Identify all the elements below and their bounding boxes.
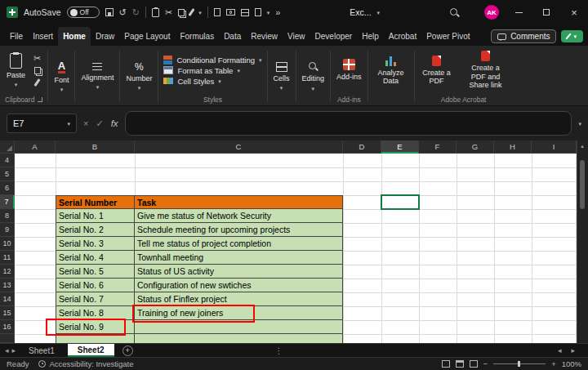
worksheet-grid[interactable]: ABCDEFGHI45678910111213141516Serial Numb… bbox=[0, 140, 588, 343]
format-as-table-button[interactable]: Format as Table ▾ bbox=[160, 65, 243, 76]
zoom-level[interactable]: 100% bbox=[562, 359, 581, 368]
vertical-scrollbar-thumb[interactable] bbox=[580, 160, 585, 209]
column-header-E[interactable]: E bbox=[381, 140, 419, 154]
zoom-in-button[interactable]: + bbox=[551, 359, 556, 368]
add-sheet-button[interactable]: + bbox=[122, 345, 133, 356]
row-header-12[interactable]: 12 bbox=[0, 265, 15, 279]
column-header-G[interactable]: G bbox=[457, 140, 494, 154]
ribbon-tab-acrobat[interactable]: Acrobat bbox=[384, 27, 421, 46]
search-icon[interactable] bbox=[449, 7, 460, 18]
qat-overflow-icon[interactable]: » bbox=[275, 8, 280, 17]
cell-B12[interactable]: Serial No. 5 bbox=[56, 265, 135, 279]
redo-icon[interactable]: ↻ bbox=[132, 8, 140, 17]
column-header-D[interactable]: D bbox=[343, 140, 381, 154]
number-button[interactable]: % Number ▾ bbox=[122, 60, 156, 92]
column-header-B[interactable]: B bbox=[56, 140, 135, 154]
dialog-launcher-icon[interactable] bbox=[38, 97, 42, 102]
ribbon-tab-draw[interactable]: Draw bbox=[91, 27, 119, 46]
row-header-6[interactable]: 6 bbox=[0, 181, 15, 195]
cells-button[interactable]: Cells ▾ bbox=[270, 60, 294, 92]
column-header-F[interactable]: F bbox=[419, 140, 457, 154]
autosave-toggle[interactable]: Off bbox=[67, 7, 100, 18]
ribbon-tab-insert[interactable]: Insert bbox=[28, 27, 58, 46]
addins-button[interactable]: Add-ins bbox=[332, 57, 366, 82]
save-icon[interactable] bbox=[105, 8, 114, 16]
ribbon-tab-data[interactable]: Data bbox=[219, 27, 246, 46]
cell-C11[interactable]: Townhall meeting bbox=[135, 251, 343, 265]
ribbon-tab-page-layout[interactable]: Page Layout bbox=[119, 27, 175, 46]
row-header-8[interactable]: 8 bbox=[0, 209, 15, 223]
cell-B13[interactable]: Serial No. 6 bbox=[56, 279, 135, 292]
ribbon-tab-review[interactable]: Review bbox=[246, 27, 283, 46]
row-header-13[interactable]: 13 bbox=[0, 279, 15, 292]
create-pdf-share-button[interactable]: Create a PDF and Share link bbox=[461, 49, 511, 91]
row-header-16[interactable]: 16 bbox=[0, 320, 15, 334]
table-header-serial-number[interactable]: Serial Number bbox=[56, 195, 135, 209]
table-header-task[interactable]: Task bbox=[135, 195, 343, 209]
cell-C17-partial[interactable] bbox=[135, 334, 343, 343]
cell-C8[interactable]: Give me status of Network Security bbox=[135, 209, 343, 223]
scroll-up-icon[interactable]: ▴ bbox=[577, 142, 588, 150]
row-header-9[interactable]: 9 bbox=[0, 223, 15, 237]
comments-button[interactable]: Comments bbox=[491, 29, 556, 43]
paste-button[interactable]: Paste ▾ bbox=[2, 51, 29, 89]
maximize-button[interactable] bbox=[532, 0, 560, 25]
normal-view-button[interactable] bbox=[442, 360, 450, 368]
zoom-out-button[interactable]: − bbox=[483, 359, 488, 368]
column-header-A[interactable]: A bbox=[15, 140, 56, 154]
row-header-7[interactable]: 7 bbox=[0, 195, 15, 209]
accessibility-status[interactable]: Accessibility: Investigate bbox=[38, 359, 133, 368]
ribbon-tab-formulas[interactable]: Formulas bbox=[175, 27, 219, 46]
sheet-nav-left-icon[interactable]: ◂ bbox=[5, 346, 9, 354]
select-all-corner[interactable] bbox=[0, 140, 15, 154]
cell-B10[interactable]: Serial No. 3 bbox=[56, 237, 135, 251]
cell-C12[interactable]: Status of US activity bbox=[135, 265, 343, 279]
cell-C13[interactable]: Configuration of new swtiches bbox=[135, 279, 343, 292]
hscroll-left-icon[interactable]: ◂ bbox=[558, 346, 562, 354]
clipboard-icon[interactable] bbox=[152, 8, 159, 17]
row-header-5[interactable]: 5 bbox=[0, 167, 15, 181]
cell-C9[interactable]: Schedule meeting for upcoming projects bbox=[135, 223, 343, 237]
cut-icon[interactable]: ✂ bbox=[165, 8, 172, 17]
row-header-partial[interactable] bbox=[0, 334, 15, 343]
row-header-14[interactable]: 14 bbox=[0, 292, 15, 306]
cut-icon[interactable]: ✂ bbox=[33, 54, 41, 63]
zoom-slider-thumb[interactable] bbox=[518, 361, 520, 367]
cancel-icon[interactable]: × bbox=[83, 118, 88, 128]
column-header-C[interactable]: C bbox=[135, 140, 343, 154]
qat-dropdown-icon[interactable]: ▾ bbox=[198, 10, 202, 16]
sheet-tab-sheet2[interactable]: Sheet2 bbox=[68, 344, 114, 357]
name-box[interactable]: E7 ▾ bbox=[7, 114, 77, 133]
cell-B14[interactable]: Serial No. 7 bbox=[56, 292, 135, 306]
copy-icon[interactable] bbox=[178, 9, 185, 16]
new-document-icon[interactable] bbox=[214, 8, 220, 16]
ribbon-tab-power-pivot[interactable]: Power Pivot bbox=[421, 27, 474, 46]
minimize-button[interactable] bbox=[505, 0, 532, 25]
column-header-I[interactable]: I bbox=[532, 140, 577, 154]
format-painter-icon[interactable] bbox=[189, 8, 195, 16]
cell-B8[interactable]: Serial No. 1 bbox=[56, 209, 135, 223]
ribbon-tab-view[interactable]: View bbox=[283, 27, 310, 46]
undo-icon[interactable]: ↺ bbox=[119, 8, 127, 17]
cell-B9[interactable]: Serial No. 2 bbox=[56, 223, 135, 237]
formula-input[interactable] bbox=[125, 111, 572, 136]
camera-icon[interactable] bbox=[226, 9, 235, 16]
alignment-button[interactable]: Alignment ▾ bbox=[77, 61, 118, 91]
ribbon-tab-developer[interactable]: Developer bbox=[310, 27, 358, 46]
sheet-more-icon[interactable]: ⋮ bbox=[275, 346, 283, 355]
cell-C10[interactable]: Tell me status of project completion bbox=[135, 237, 343, 251]
page-layout-view-button[interactable] bbox=[456, 360, 464, 368]
ribbon-tab-file[interactable]: File bbox=[5, 27, 28, 46]
cell-B11[interactable]: Serial No. 4 bbox=[56, 251, 135, 265]
selected-cell-E7[interactable] bbox=[381, 194, 420, 210]
analyze-data-button[interactable]: Analyze Data bbox=[370, 54, 412, 87]
row-header-11[interactable]: 11 bbox=[0, 251, 15, 265]
conditional-formatting-button[interactable]: Conditional Formatting ▾ bbox=[160, 55, 265, 65]
create-pdf-button[interactable]: Create a PDF bbox=[416, 54, 457, 87]
title-dropdown-icon[interactable]: ▾ bbox=[377, 10, 381, 16]
qat-dropdown-icon[interactable]: ▾ bbox=[267, 10, 270, 16]
document-icon[interactable] bbox=[255, 8, 261, 16]
row-header-4[interactable]: 4 bbox=[0, 154, 15, 167]
window-title[interactable]: Exc... bbox=[350, 7, 371, 17]
row-header-10[interactable]: 10 bbox=[0, 237, 15, 251]
